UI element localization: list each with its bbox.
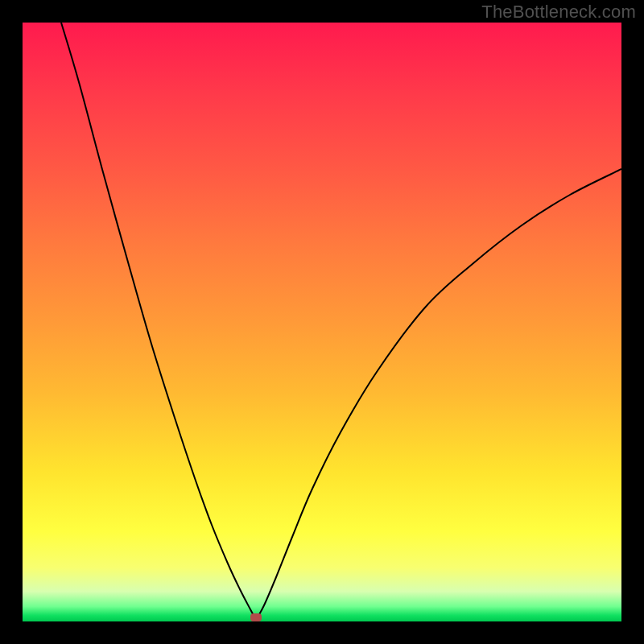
curve-right-branch <box>256 169 621 620</box>
curve-left-branch <box>61 23 256 620</box>
chart-frame <box>23 23 621 621</box>
bottleneck-curve <box>23 23 621 621</box>
watermark-text: TheBottleneck.com <box>481 2 636 23</box>
optimum-marker <box>250 613 262 621</box>
